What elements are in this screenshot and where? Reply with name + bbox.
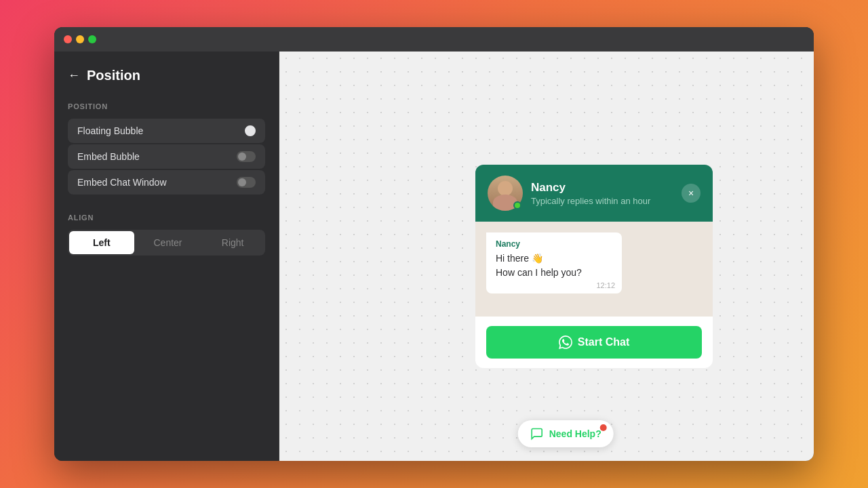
align-right-button[interactable]: Right: [200, 230, 265, 256]
chat-footer: Start Chat: [475, 317, 713, 368]
message-text: Hi there 👋 How can I help you?: [496, 251, 612, 280]
align-center-button[interactable]: Center: [136, 230, 201, 256]
align-buttons: Left Center Right: [68, 230, 265, 256]
chat-widget: Nancy Typically replies within an hour ×…: [475, 165, 713, 368]
chat-header: Nancy Typically replies within an hour ×: [475, 165, 713, 222]
message-line2: How can I help you?: [496, 267, 582, 278]
need-help-label: Need Help?: [549, 428, 601, 439]
chat-close-button[interactable]: ×: [682, 184, 701, 203]
close-traffic-light[interactable]: [64, 35, 72, 43]
avatar-container: [488, 176, 523, 211]
agent-name: Nancy: [531, 181, 650, 195]
main-content: ← Position POSITION Floating Bubble Embe…: [54, 52, 814, 461]
embed-bubble-option[interactable]: Embed Bubble: [68, 144, 265, 169]
app-window: ← Position POSITION Floating Bubble Embe…: [54, 27, 814, 461]
whatsapp-icon: [559, 336, 572, 349]
chat-message: Nancy Hi there 👋 How can I help you? 12:…: [486, 232, 622, 293]
online-indicator: [513, 201, 521, 209]
align-section: ALIGN Left Center Right: [68, 214, 265, 256]
left-panel: ← Position POSITION Floating Bubble Embe…: [54, 52, 279, 461]
message-time: 12:12: [596, 281, 615, 289]
align-section-label: ALIGN: [68, 214, 265, 222]
panel-header: ← Position: [68, 68, 265, 83]
embed-chat-window-toggle: [237, 177, 256, 188]
chat-header-left: Nancy Typically replies within an hour: [488, 176, 650, 211]
floating-bubble-radio: [245, 125, 256, 136]
title-bar: [54, 27, 814, 52]
position-options: Floating Bubble Embed Bubble Embed Chat …: [68, 119, 265, 195]
start-chat-button[interactable]: Start Chat: [486, 326, 702, 359]
notification-dot: [600, 424, 607, 431]
embed-bubble-toggle: [237, 151, 256, 162]
right-panel: Nancy Typically replies within an hour ×…: [279, 52, 814, 461]
message-sender: Nancy: [496, 239, 612, 249]
align-left-button[interactable]: Left: [69, 231, 134, 254]
chat-header-info: Nancy Typically replies within an hour: [531, 181, 650, 206]
panel-title: Position: [87, 68, 140, 83]
need-help-bubble[interactable]: Need Help?: [518, 420, 614, 447]
agent-status: Typically replies within an hour: [531, 196, 650, 206]
floating-bubble-label: Floating Bubble: [77, 125, 143, 136]
position-section-label: POSITION: [68, 102, 265, 110]
maximize-traffic-light[interactable]: [88, 35, 96, 43]
embed-bubble-label: Embed Bubble: [77, 151, 140, 162]
chat-body: Nancy Hi there 👋 How can I help you? 12:…: [475, 222, 713, 317]
floating-bubble-option[interactable]: Floating Bubble: [68, 119, 265, 143]
need-help-icon: [530, 427, 544, 441]
minimize-traffic-light[interactable]: [76, 35, 84, 43]
back-button[interactable]: ←: [68, 68, 80, 83]
embed-chat-window-option[interactable]: Embed Chat Window: [68, 170, 265, 195]
traffic-lights: [64, 35, 96, 43]
embed-chat-window-label: Embed Chat Window: [77, 177, 167, 188]
message-line1: Hi there 👋: [496, 253, 543, 264]
start-chat-label: Start Chat: [578, 336, 629, 348]
